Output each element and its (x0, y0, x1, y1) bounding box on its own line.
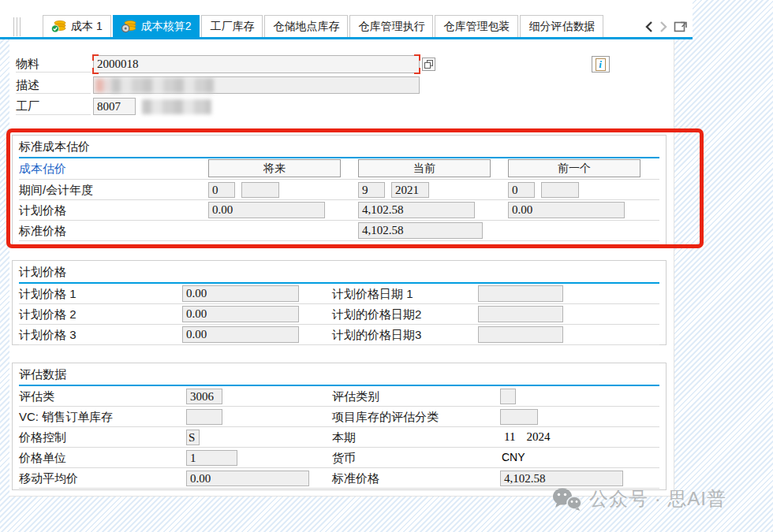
future-year-field[interactable] (241, 182, 279, 198)
section-title: 标准成本估价 (19, 140, 659, 158)
cost-estimate-link[interactable]: 成本估价 (19, 162, 66, 177)
material-label: 物料 (16, 55, 91, 73)
valuation-class-field[interactable]: 3006 (186, 389, 222, 404)
tab-strip: 成本 1 成本核算2 工厂库存 仓储地点库存 仓库管理执行 仓 (43, 15, 605, 37)
tab-wm-execution[interactable]: 仓库管理执行 (349, 15, 433, 37)
planned-price-date-1-field[interactable] (478, 285, 563, 302)
redacted-content (111, 78, 214, 93)
vc-sales-order-stock-field[interactable] (186, 409, 222, 425)
tab-label: 仓库管理执行 (358, 20, 424, 34)
redacted-content (95, 79, 111, 92)
price-unit-row: 价格单位 1 货币 CNY (19, 448, 659, 468)
tab-cost-1[interactable]: 成本 1 (43, 15, 111, 37)
wechat-icon (552, 487, 582, 512)
valuation-class-label: 评估类 (19, 389, 54, 404)
current-period-field[interactable]: 9 (358, 182, 385, 198)
focus-corner (414, 68, 420, 74)
currency-label: 货币 (332, 451, 356, 466)
planned-price-3-row: 计划价格 3 0.00 计划的价格日期3 (19, 325, 659, 345)
tab-plant-stock[interactable]: 工厂库存 (201, 15, 263, 37)
standard-price-row: 标准价格 4,102.58 (19, 221, 659, 241)
price-control-row: 价格控制 S 本期 112024 (19, 427, 659, 448)
current-button[interactable]: 当前 (358, 159, 491, 177)
planned-price-1-label: 计划价格 1 (19, 287, 77, 302)
planned-price-date-2-label: 计划的价格日期2 (332, 307, 421, 322)
focus-corner (92, 54, 99, 61)
planned-price-2-label: 计划价格 2 (19, 307, 77, 322)
price-control-label: 价格控制 (19, 430, 66, 445)
tab-storage-location-stock[interactable]: 仓储地点库存 (264, 15, 348, 37)
tab-bar: 成本 1 成本核算2 工厂库存 仓储地点库存 仓库管理执行 仓 (0, 0, 693, 39)
current-standard-price-field[interactable]: 4,102.58 (358, 222, 483, 239)
tab-split-valuation-data[interactable]: 细分评估数据 (520, 15, 603, 37)
watermark-text: 公众号 · 思AI普 (589, 486, 726, 512)
previous-period-field[interactable]: 0 (508, 182, 535, 198)
overlapping-windows-icon[interactable] (422, 58, 435, 71)
planned-price-1-field[interactable]: 0.00 (182, 285, 299, 302)
description-field[interactable] (93, 76, 420, 94)
costing-coins-check-icon (51, 20, 66, 33)
section-valuation-data: 评估数据 评估类 3006 评估类别 VC: 销售订单库存 项目库存的评估分类 … (12, 363, 667, 490)
focus-corner (414, 54, 420, 61)
tab-label: 成本核算2 (141, 20, 192, 34)
tab-costing-2[interactable]: 成本核算2 (113, 15, 200, 37)
tab-overview-icon[interactable] (674, 20, 688, 33)
section-title: 计划价格 (19, 265, 659, 284)
standard-price-label: 标准价格 (19, 224, 66, 239)
focus-corner (92, 68, 99, 74)
previous-button[interactable]: 前一个 (508, 159, 640, 177)
current-planned-price-field[interactable]: 4,102.58 (358, 202, 475, 218)
future-period-field[interactable]: 0 (208, 182, 235, 198)
tab-label: 成本 1 (71, 20, 103, 34)
price-control-field[interactable]: S (186, 430, 200, 445)
cost-estimate-row: 成本估价 将来 当前 前一个 (19, 158, 659, 180)
valuation-category-field[interactable] (500, 389, 516, 404)
future-planned-price-field[interactable]: 0.00 (208, 202, 325, 218)
tab-label: 仓库管理包装 (443, 20, 510, 34)
moving-average-price-field[interactable]: 0.00 (186, 471, 309, 486)
planned-price-date-3-label: 计划的价格日期3 (332, 328, 421, 343)
previous-year-field[interactable] (541, 182, 579, 198)
tab-label: 工厂库存 (210, 20, 254, 34)
planned-price-date-2-field[interactable] (478, 306, 563, 322)
moving-average-price-label: 移动平均价 (19, 471, 78, 486)
planned-price-date-1-label: 计划价格日期 1 (332, 287, 413, 302)
standard-price-bottom-field[interactable]: 4,102.58 (500, 471, 623, 486)
info-icon: i (596, 58, 606, 71)
planned-price-label: 计划价格 (19, 203, 66, 218)
price-unit-field[interactable]: 1 (186, 450, 237, 466)
planned-price-row: 计划价格 0.00 4,102.58 0.00 (19, 200, 659, 221)
plant-value: 8007 (97, 100, 121, 113)
planned-price-date-3-field[interactable] (478, 326, 563, 343)
vc-sales-order-stock-label: VC: 销售订单库存 (19, 410, 113, 425)
current-period-value: 112024 (504, 430, 550, 444)
previous-planned-price-field[interactable]: 0.00 (508, 202, 625, 218)
plant-label: 工厂 (16, 98, 91, 115)
planned-price-2-field[interactable]: 0.00 (182, 306, 299, 322)
vc-sales-order-stock-row: VC: 销售订单库存 项目库存的评估分类 (19, 407, 659, 427)
future-button[interactable]: 将来 (208, 159, 341, 177)
planned-price-3-label: 计划价格 3 (19, 328, 77, 343)
info-button[interactable]: i (592, 56, 610, 73)
watermark: 公众号 · 思AI普 (552, 486, 726, 512)
costing-coins-record-icon (121, 20, 136, 33)
plant-field[interactable]: 8007 (93, 98, 136, 115)
valuation-class-row: 评估类 3006 评估类别 (19, 386, 659, 407)
current-year-field[interactable]: 2021 (391, 182, 429, 198)
section-standard-cost-estimate: 标准成本估价 成本估价 将来 当前 前一个 期间/会计年度 0 9 2021 0… (12, 135, 667, 248)
tab-wm-packaging[interactable]: 仓库管理包装 (435, 15, 518, 37)
currency-value: CNY (502, 451, 525, 463)
period-fiscal-year-row: 期间/会计年度 0 9 2021 0 (19, 180, 659, 200)
material-field[interactable]: 2000018 (93, 55, 420, 73)
tab-label: 细分评估数据 (528, 20, 595, 34)
section-title: 评估数据 (19, 367, 659, 386)
chevron-right-icon[interactable] (659, 21, 667, 32)
price-unit-label: 价格单位 (19, 451, 66, 466)
dock-handle-icon[interactable] (13, 17, 21, 36)
chevron-left-icon[interactable] (645, 21, 653, 32)
project-stock-valuation-field[interactable] (500, 409, 538, 425)
standard-price-bottom-label: 标准价格 (332, 471, 379, 486)
period-label: 期间/会计年度 (19, 183, 93, 198)
project-stock-valuation-label: 项目库存的评估分类 (332, 410, 439, 425)
planned-price-3-field[interactable]: 0.00 (182, 326, 299, 343)
